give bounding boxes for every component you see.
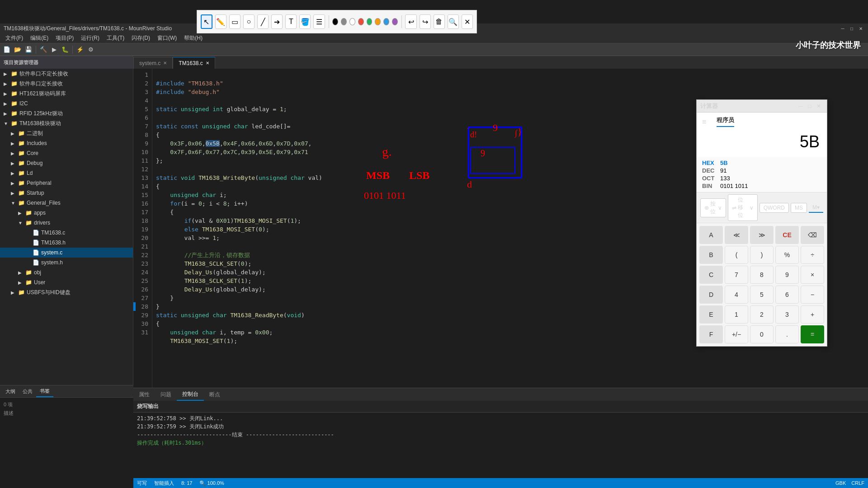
new-btn[interactable]: 📄 [2, 45, 12, 55]
sidebar-item-13[interactable]: ▼📁General_Files [0, 198, 133, 208]
calc-maximize[interactable]: □ [805, 102, 814, 111]
sidebar-item-3[interactable]: ▶📁I2C [0, 99, 133, 108]
color-white[interactable] [349, 18, 355, 25]
sidebar-item-14[interactable]: ▶📁apps [0, 208, 133, 218]
color-blue[interactable] [383, 18, 389, 25]
calc-btn-percent[interactable]: % [775, 246, 799, 264]
minimize-button[interactable]: ─ [839, 25, 846, 32]
calc-btn-5[interactable]: 5 [750, 286, 774, 304]
panel-tab-properties[interactable]: 属性 [133, 389, 155, 400]
calc-btn-add[interactable]: + [801, 305, 824, 324]
sidebar-item-15[interactable]: ▼📁drivers [0, 218, 133, 228]
line-tool[interactable]: ╱ [257, 14, 269, 29]
rectangle-tool[interactable]: ▭ [229, 14, 241, 29]
color-purple[interactable] [392, 18, 398, 25]
calc-mplus-btn[interactable]: M▾ [809, 203, 823, 213]
select-tool[interactable]: ↖ [201, 14, 212, 29]
calc-btn-backspace[interactable]: ⌫ [801, 226, 824, 244]
panel-tab-breakpoints[interactable]: 断点 [204, 389, 226, 400]
delete-btn[interactable]: 🗑 [434, 14, 445, 29]
calc-btn-8[interactable]: 8 [750, 266, 774, 284]
debug-btn[interactable]: 🐛 [60, 45, 70, 55]
menu-item-运行(R)[interactable]: 运行(R) [77, 33, 103, 43]
menu-item-工具(T)[interactable]: 工具(T) [103, 33, 128, 43]
menu-item-项目(P)[interactable]: 项目(P) [52, 33, 77, 43]
close-draw-btn[interactable]: ✕ [462, 14, 473, 29]
fill-tool[interactable]: 🪣 [299, 14, 311, 29]
calc-btn-dot[interactable]: . [775, 325, 799, 343]
calc-close[interactable]: ✕ [814, 102, 823, 111]
sidebar-item-7[interactable]: ▶📁Includes [0, 138, 133, 148]
calc-ms-btn[interactable]: MS [791, 203, 807, 213]
color-gray[interactable] [341, 18, 347, 25]
calc-btn-d[interactable]: D [699, 286, 723, 304]
pencil-tool[interactable]: ✏️ [215, 14, 226, 29]
calc-btn-c[interactable]: C [699, 266, 723, 284]
arrow-tool[interactable]: ➔ [271, 14, 283, 29]
color-green[interactable] [367, 18, 373, 25]
calc-btn-sub[interactable]: − [801, 286, 824, 304]
calc-btn-rparen[interactable]: ) [750, 246, 774, 264]
calc-btn-9[interactable]: 9 [775, 266, 799, 284]
calc-minimize[interactable]: ─ [796, 102, 805, 111]
tab-system-c[interactable]: system.c ✕ [133, 57, 173, 69]
run-btn[interactable]: ▶ [49, 45, 59, 55]
calc-qword-btn[interactable]: QWORD [760, 203, 789, 213]
calc-btn-f[interactable]: F [699, 325, 723, 343]
calc-btn-7[interactable]: 7 [725, 266, 748, 284]
sidebar-item-8[interactable]: ▶📁Core [0, 148, 133, 158]
sidebar-item-0[interactable]: ▶📁软件串口不定长接收 [0, 69, 133, 79]
calc-btn-negate[interactable]: +/− [725, 325, 748, 343]
sidebar-item-12[interactable]: ▶📁Startup [0, 188, 133, 198]
menu-item-帮助(H)[interactable]: 帮助(H) [180, 33, 206, 43]
color-orange[interactable] [375, 18, 381, 25]
calc-btn-6[interactable]: 6 [775, 286, 799, 304]
build-btn[interactable]: 🔨 [38, 45, 48, 55]
sidebar-item-22[interactable]: ▶📁USBFS与HID键盘 [0, 287, 133, 297]
panel-tab-problems[interactable]: 问题 [155, 389, 177, 400]
calc-btn-shr[interactable]: ≫ [750, 226, 774, 244]
tab-close-system[interactable]: ✕ [163, 61, 167, 66]
sidebar-tab-outline[interactable]: 大纲 [2, 386, 19, 397]
calc-btn-1[interactable]: 1 [725, 305, 748, 324]
calc-btn-4[interactable]: 4 [725, 286, 748, 304]
sidebar-item-4[interactable]: ▶📁RFID 125kHz驱动 [0, 108, 133, 118]
calc-btn-b[interactable]: B [699, 246, 723, 264]
sidebar-item-21[interactable]: ▶📁User [0, 277, 133, 287]
search-btn[interactable]: 🔍 [448, 14, 459, 29]
sidebar-item-20[interactable]: ▶📁obj [0, 267, 133, 277]
circle-tool[interactable]: ○ [243, 14, 255, 29]
calc-btn-3[interactable]: 3 [775, 305, 799, 324]
calc-btn-mul[interactable]: × [801, 266, 824, 284]
sidebar-item-16[interactable]: 📄TM1638.c [0, 228, 133, 238]
menu-tool[interactable]: ☰ [313, 14, 325, 29]
calc-btn-ce[interactable]: CE [775, 226, 799, 244]
calc-bitop-btn[interactable]: ⊕按位∨ [700, 198, 726, 217]
close-button[interactable]: ✕ [857, 25, 864, 32]
settings-btn[interactable]: ⚙ [86, 45, 96, 55]
calc-btn-2[interactable]: 2 [750, 305, 774, 324]
panel-tab-console[interactable]: 控制台 [177, 389, 204, 401]
tab-close-tm1638[interactable]: ✕ [206, 61, 209, 66]
calc-btn-e[interactable]: E [699, 305, 723, 324]
text-tool[interactable]: T [285, 14, 297, 29]
calc-btn-equals[interactable]: = [801, 325, 824, 343]
sidebar-item-19[interactable]: 📄system.h [0, 258, 133, 267]
sidebar-item-5[interactable]: ▼📁TM1638模块驱动 [0, 118, 133, 128]
sidebar-item-1[interactable]: ▶📁软件串口定长接收 [0, 79, 133, 89]
calc-btn-div[interactable]: ÷ [801, 246, 824, 264]
save-btn[interactable]: 💾 [24, 45, 33, 55]
sidebar-item-2[interactable]: ▶📁HT1621驱动码屏库 [0, 89, 133, 99]
tab-tm1638-c[interactable]: TM1638.c ✕ [173, 57, 215, 69]
sidebar-item-18[interactable]: 📄system.c [0, 248, 133, 258]
open-btn[interactable]: 📂 [13, 45, 23, 55]
sidebar-item-17[interactable]: 📄TM1638.h [0, 238, 133, 248]
calc-hamburger[interactable]: ≡ [702, 118, 713, 129]
sidebar-tab-public[interactable]: 公共 [19, 386, 36, 397]
color-black[interactable] [332, 18, 338, 25]
calc-btn-a[interactable]: A [699, 226, 723, 244]
menu-item-闪存(D)[interactable]: 闪存(D) [128, 33, 154, 43]
maximize-button[interactable]: □ [848, 25, 855, 32]
sidebar-tab-bookmark[interactable]: 书签 [36, 386, 53, 397]
sidebar-item-9[interactable]: ▶📁Debug [0, 158, 133, 168]
